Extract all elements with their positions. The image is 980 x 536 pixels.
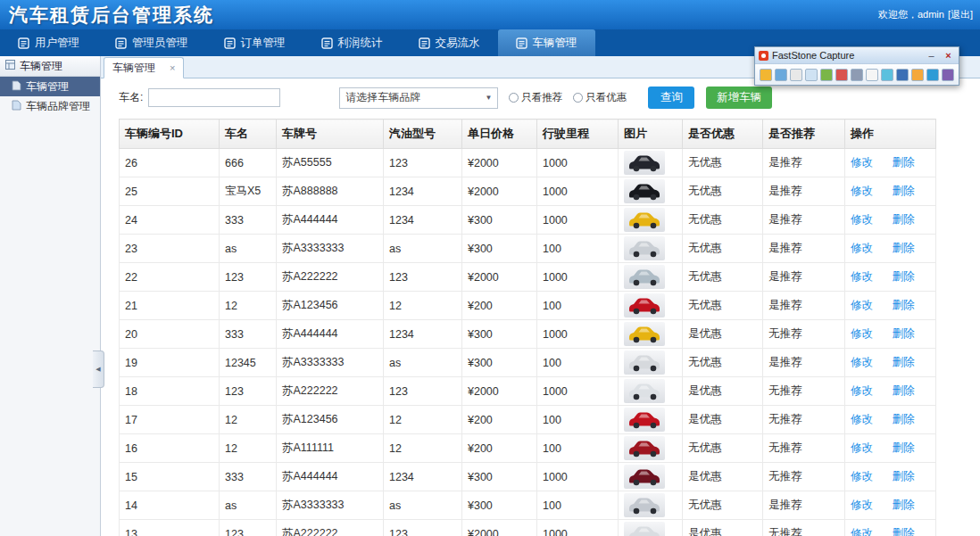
table-row: 25 宝马X5 苏A888888 1234 ¥2000 1000 无优惠 是推荐… (120, 177, 936, 206)
close-icon[interactable]: × (942, 50, 955, 62)
delete-link[interactable]: 删除 (892, 499, 914, 511)
cell-recommend-flag: 无推荐 (763, 320, 845, 349)
delete-link[interactable]: 删除 (892, 185, 914, 197)
edit-link[interactable]: 修改 (851, 299, 873, 311)
cell-car-name: 12 (220, 292, 277, 320)
edit-link[interactable]: 修改 (851, 327, 873, 340)
nav-tab-icon (224, 37, 236, 49)
welcome-text: 欢迎您，admin (878, 8, 944, 21)
nav-tab[interactable]: 车辆管理 (498, 29, 595, 56)
capture-tool-icon[interactable] (911, 69, 924, 81)
delete-link[interactable]: 删除 (892, 356, 914, 368)
delete-link[interactable]: 删除 (892, 270, 914, 283)
cell-car-name: 宝马X5 (220, 177, 277, 206)
edit-link[interactable]: 修改 (851, 441, 873, 454)
radio-icon (509, 93, 519, 103)
cell-mileage: 100 (537, 235, 619, 263)
capture-tool-icon[interactable] (820, 69, 833, 81)
sidebar-item[interactable]: 车辆管理 (0, 77, 100, 96)
edit-link[interactable]: 修改 (851, 270, 873, 283)
nav-tab[interactable]: 交易流水 (401, 29, 498, 56)
capture-tool-icon[interactable] (790, 69, 802, 81)
delete-link[interactable]: 删除 (892, 213, 914, 226)
sidebar-collapse-handle[interactable]: ◀ (93, 350, 104, 388)
nav-tab[interactable]: 管理员管理 (97, 29, 206, 56)
cell-fuel-type: 12 (384, 434, 462, 463)
edit-link[interactable]: 修改 (851, 527, 873, 536)
cell-fuel-type: 1234 (384, 320, 462, 349)
content-tab-vehicle[interactable]: 车辆管理 × (104, 57, 184, 78)
cell-car-name: 333 (220, 320, 277, 349)
cell-car-id: 18 (120, 377, 220, 406)
capture-tool-icon[interactable] (942, 69, 954, 81)
cell-recommend-flag: 是推荐 (763, 349, 845, 377)
capture-tool-icon[interactable] (866, 69, 878, 81)
delete-link[interactable]: 删除 (892, 470, 914, 482)
brand-select[interactable]: 请选择车辆品牌 ▼ (339, 87, 498, 109)
cell-car-id: 26 (120, 149, 220, 177)
delete-link[interactable]: 删除 (892, 384, 914, 397)
faststone-titlebar[interactable]: FastStone Capture – × (755, 47, 959, 63)
cell-car-id: 19 (120, 349, 220, 377)
capture-tool-icon[interactable] (760, 69, 772, 81)
cell-car-id: 16 (120, 434, 220, 463)
logout-link[interactable]: [退出] (948, 8, 973, 21)
car-photo (624, 408, 665, 432)
only-recommend-radio[interactable]: 只看推荐 (509, 91, 562, 104)
minimize-icon[interactable]: – (925, 50, 938, 62)
cell-recommend-flag: 是推荐 (763, 149, 845, 177)
nav-tab[interactable]: 用户管理 (0, 29, 97, 56)
tab-close-icon[interactable]: × (170, 63, 175, 73)
content-tab-label: 车辆管理 (112, 61, 155, 76)
sidebar-item[interactable]: 车辆品牌管理 (0, 96, 100, 116)
cell-actions: 修改 删除 (845, 263, 936, 292)
capture-tool-icon[interactable] (775, 69, 787, 81)
delete-link[interactable]: 删除 (892, 327, 914, 340)
cell-mileage: 100 (537, 292, 619, 320)
edit-link[interactable]: 修改 (851, 384, 873, 397)
delete-link[interactable]: 删除 (892, 156, 914, 169)
cell-recommend-flag: 是推荐 (763, 491, 845, 520)
edit-link[interactable]: 修改 (851, 185, 873, 197)
cell-car-name: 123 (220, 377, 277, 406)
capture-tool-icon[interactable] (835, 69, 848, 81)
car-photo (624, 350, 665, 375)
cell-recommend-flag: 无推荐 (763, 520, 845, 536)
cell-mileage: 1000 (537, 463, 619, 491)
cell-car-id: 20 (120, 320, 220, 349)
capture-tool-icon[interactable] (851, 69, 863, 81)
edit-link[interactable]: 修改 (851, 156, 873, 169)
cell-fuel-type: as (384, 349, 462, 377)
cell-discount-flag: 无优惠 (683, 149, 763, 177)
delete-link[interactable]: 删除 (892, 527, 914, 536)
add-car-button[interactable]: 新增车辆 (706, 87, 772, 109)
cell-car-id: 13 (120, 520, 220, 536)
capture-tool-icon[interactable] (926, 69, 939, 81)
edit-link[interactable]: 修改 (851, 356, 873, 368)
edit-link[interactable]: 修改 (851, 470, 873, 482)
nav-tab-icon (18, 37, 29, 49)
only-recommend-label: 只看推荐 (521, 91, 562, 104)
delete-link[interactable]: 删除 (892, 441, 914, 454)
only-discount-radio[interactable]: 只看优惠 (573, 91, 627, 104)
cell-photo (619, 349, 683, 377)
car-name-input[interactable] (148, 88, 280, 107)
edit-link[interactable]: 修改 (851, 242, 873, 254)
capture-tool-icon[interactable] (805, 69, 818, 81)
capture-tool-icon[interactable] (881, 69, 893, 81)
sidebar-header[interactable]: 车辆管理 (0, 56, 100, 77)
column-header: 车牌号 (277, 120, 384, 149)
page-icon (12, 80, 21, 94)
nav-tab[interactable]: 订单管理 (206, 29, 303, 56)
delete-link[interactable]: 删除 (892, 242, 914, 254)
delete-link[interactable]: 删除 (892, 413, 914, 425)
cell-car-name: 123 (220, 520, 277, 536)
nav-tab[interactable]: 利润统计 (303, 29, 401, 56)
query-button[interactable]: 查询 (648, 87, 694, 109)
edit-link[interactable]: 修改 (851, 213, 873, 226)
column-header: 车名 (220, 120, 277, 149)
delete-link[interactable]: 删除 (892, 299, 914, 311)
edit-link[interactable]: 修改 (851, 413, 873, 425)
capture-tool-icon[interactable] (896, 69, 909, 81)
edit-link[interactable]: 修改 (851, 499, 873, 511)
